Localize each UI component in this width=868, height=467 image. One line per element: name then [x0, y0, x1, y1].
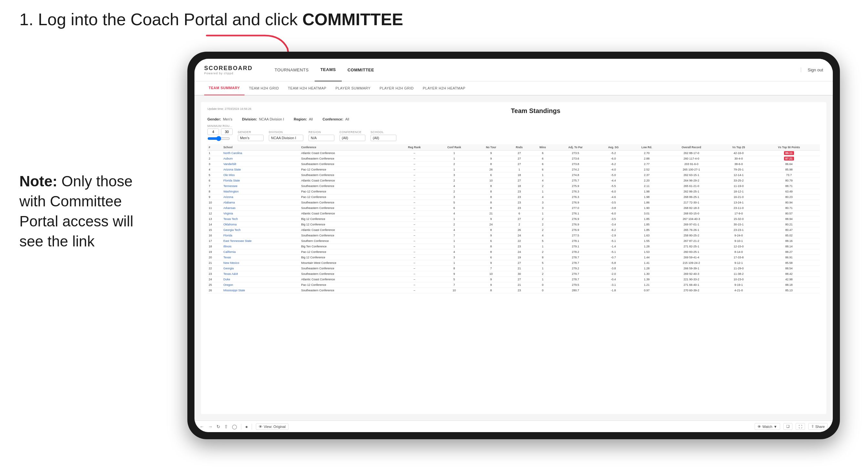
cell-school[interactable]: New Mexico: [222, 260, 300, 266]
toolbar-back-icon[interactable]: ←: [199, 424, 204, 429]
gender-select[interactable]: Men's Women's: [238, 135, 264, 141]
cell-vs25: 38-6-0: [719, 161, 758, 167]
table-row[interactable]: 21 New Mexico Mountain West Conference –…: [207, 260, 820, 266]
cell-rank: 25: [207, 282, 222, 288]
table-row[interactable]: 14 Oklahoma Big 12 Conference – 2 24 2 2…: [207, 222, 820, 227]
sub-nav-team-h2h-heatmap[interactable]: TEAM H2H HEATMAP: [283, 81, 331, 95]
table-row[interactable]: 3 Vanderbilt Southeastern Conference – 2…: [207, 161, 820, 167]
region-select[interactable]: N/A: [309, 135, 334, 141]
cell-school[interactable]: Duke: [222, 277, 300, 282]
cell-reg-rank: –: [395, 156, 434, 161]
cell-school[interactable]: California: [222, 249, 300, 255]
table-row[interactable]: 12 Virginia Atlantic Coast Conference – …: [207, 211, 820, 216]
cell-school[interactable]: Arkansas: [222, 206, 300, 211]
sub-nav-team-summary[interactable]: TEAM SUMMARY: [204, 81, 245, 95]
toolbar-forward-icon[interactable]: →: [208, 424, 213, 429]
table-row[interactable]: 18 Illinois Big Ten Conference – 1 8 23 …: [207, 244, 820, 249]
cell-low-rd: 1.85: [630, 227, 663, 233]
cell-school[interactable]: Texas A&M: [222, 271, 300, 277]
toolbar-action-btn[interactable]: ❏: [783, 423, 793, 430]
region-filter: Region: All: [293, 117, 313, 121]
cell-school[interactable]: Alabama: [222, 200, 300, 206]
cell-overall: 265 76-26-1: [663, 227, 719, 233]
cell-wins: 2: [531, 227, 554, 233]
watch-btn[interactable]: 👁 Watch ▼: [754, 423, 780, 430]
table-row[interactable]: 9 Arizona Pac-12 Conference – 3 8 23 4 2…: [207, 194, 820, 200]
cell-adj-par: 276.9: [554, 227, 597, 233]
conference-select[interactable]: (All): [340, 135, 365, 141]
cell-adj-par: 274.8: [554, 173, 597, 178]
table-row[interactable]: 8 Washington Pac-12 Conference – 2 8 23 …: [207, 189, 820, 194]
division-select[interactable]: NCAA Division I: [269, 135, 303, 141]
cell-school[interactable]: Texas: [222, 255, 300, 260]
table-row[interactable]: 4 Arizona State Pac-12 Conference – 1 26…: [207, 167, 820, 173]
table-container[interactable]: # School Conference Reg Rank Conf Rank N…: [207, 144, 820, 293]
cell-school[interactable]: Illinois: [222, 244, 300, 249]
table-row[interactable]: 11 Arkansas Southeastern Conference – 6 …: [207, 206, 820, 211]
table-row[interactable]: 6 Florida State Atlantic Coast Conferenc…: [207, 178, 820, 183]
cell-school[interactable]: Georgia: [222, 266, 300, 271]
cell-conf-rank: 3: [434, 194, 474, 200]
cell-school[interactable]: Virginia: [222, 211, 300, 216]
cell-school[interactable]: Oklahoma: [222, 222, 300, 227]
cell-school[interactable]: North Carolina: [222, 151, 300, 156]
nav-sign-out[interactable]: Sign out: [801, 67, 823, 72]
table-row[interactable]: 7 Tennessee Southeastern Conference – 4 …: [207, 183, 820, 189]
cell-school[interactable]: Mississippi State: [222, 288, 300, 293]
min-rounds-input2[interactable]: [221, 128, 232, 135]
cell-no-tour: 8: [475, 244, 507, 249]
cell-school[interactable]: Georgia Tech: [222, 227, 300, 233]
cell-school[interactable]: Oregon: [222, 282, 300, 288]
share-btn[interactable]: ⇧ Share: [808, 423, 828, 430]
table-row[interactable]: 19 California Pac-12 Conference – 4 8 24…: [207, 249, 820, 255]
nav-teams[interactable]: TEAMS: [315, 59, 342, 82]
cell-school[interactable]: Arizona: [222, 194, 300, 200]
cell-school[interactable]: Washington: [222, 189, 300, 194]
cell-low-rd: 1.98: [630, 194, 663, 200]
table-row[interactable]: 26 Mississippi State Southeastern Confer…: [207, 288, 820, 293]
table-row[interactable]: 16 Florida Southeastern Conference – 7 9…: [207, 233, 820, 238]
cell-no-tour: 8: [475, 206, 507, 211]
toolbar-refresh-icon[interactable]: ↻: [216, 424, 220, 429]
table-row[interactable]: 15 Georgia Tech Atlantic Coast Conferenc…: [207, 227, 820, 233]
cell-conf-rank: 1: [434, 260, 474, 266]
cell-school[interactable]: Florida: [222, 233, 300, 238]
table-row[interactable]: 1 North Carolina Atlantic Coast Conferen…: [207, 151, 820, 156]
view-original-btn[interactable]: 👁 View: Original: [256, 424, 288, 430]
sub-nav-player-h2h-grid[interactable]: PLAYER H2H GRID: [375, 81, 418, 95]
cell-school[interactable]: Florida State: [222, 178, 300, 183]
table-row[interactable]: 20 Texas Big 12 Conference – 3 6 19 8 27…: [207, 255, 820, 260]
cell-school[interactable]: East Tennessee State: [222, 238, 300, 244]
cell-wins: 3: [531, 206, 554, 211]
toolbar-clock-icon[interactable]: ●: [245, 424, 248, 429]
cell-school[interactable]: Ole Miss: [222, 173, 300, 178]
min-rounds-slider[interactable]: [207, 136, 230, 141]
gender-filter: Gender: Men's: [207, 117, 232, 121]
table-row[interactable]: 22 Georgia Southeastern Conference – 8 7…: [207, 266, 820, 271]
sub-nav-player-summary[interactable]: PLAYER SUMMARY: [331, 81, 375, 95]
sub-nav-player-h2h-heatmap[interactable]: PLAYER H2H HEATMAP: [418, 81, 470, 95]
cell-no-tour: 9: [475, 151, 507, 156]
table-row[interactable]: 5 Ole Miss Southeastern Conference – 3 6…: [207, 173, 820, 178]
toolbar-bookmark-icon[interactable]: ◯: [232, 424, 237, 429]
cell-adj-par: 278.7: [554, 277, 597, 282]
nav-tournaments[interactable]: TOURNAMENTS: [269, 59, 315, 82]
cell-school[interactable]: Texas Tech: [222, 216, 300, 222]
sub-nav-team-h2h-grid[interactable]: TEAM H2H GRID: [245, 81, 284, 95]
cell-school[interactable]: Auburn: [222, 156, 300, 161]
toolbar-share-icon[interactable]: ⇧: [224, 424, 228, 429]
table-row[interactable]: 2 Auburn Southeastern Conference – 1 9 2…: [207, 156, 820, 161]
min-rounds-input1[interactable]: [207, 128, 219, 135]
school-select[interactable]: (All): [371, 135, 396, 141]
table-row[interactable]: 17 East Tennessee State Southern Confere…: [207, 238, 820, 244]
table-row[interactable]: 13 Texas Tech Big 12 Conference – 1 9 27…: [207, 216, 820, 222]
table-row[interactable]: 25 Oregon Pac-12 Conference – 7 9 21 0 2…: [207, 282, 820, 288]
table-row[interactable]: 24 Duke Atlantic Coast Conference – 5 9 …: [207, 277, 820, 282]
cell-school[interactable]: Arizona State: [222, 167, 300, 173]
table-row[interactable]: 23 Texas A&M Southeastern Conference – 9…: [207, 271, 820, 277]
table-row[interactable]: 10 Alabama Southeastern Conference – 5 8…: [207, 200, 820, 206]
toolbar-expand-btn[interactable]: ⛶: [796, 423, 805, 430]
nav-committee[interactable]: COMMITTEE: [342, 59, 380, 82]
cell-school[interactable]: Tennessee: [222, 183, 300, 189]
cell-school[interactable]: Vanderbilt: [222, 161, 300, 167]
